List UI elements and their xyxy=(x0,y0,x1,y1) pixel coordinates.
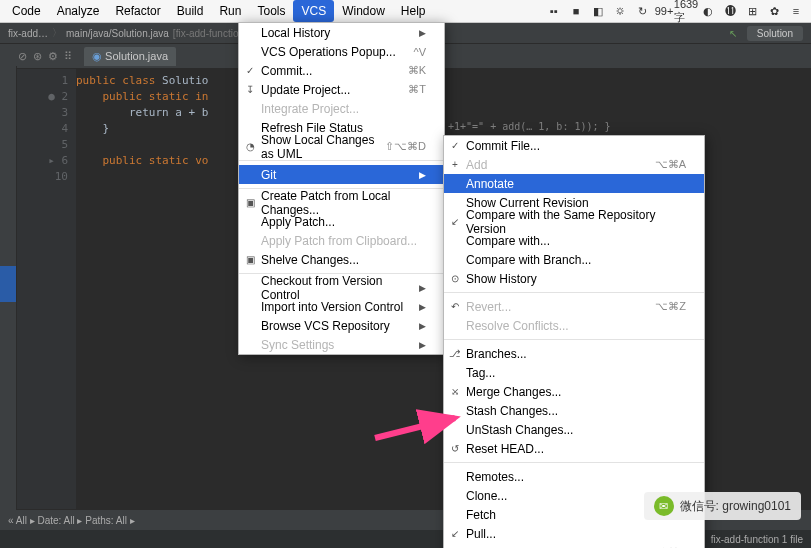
menu-item-label: Browse VCS Repository xyxy=(261,319,390,333)
menu-run[interactable]: Run xyxy=(211,0,249,22)
vcs-menu-item[interactable]: ✓Commit...⌘K xyxy=(239,61,444,80)
crumb-seg[interactable]: fix-add… xyxy=(8,28,48,39)
menu-item-icon: ↙ xyxy=(448,528,462,539)
vcs-menu-item[interactable]: ↧Update Project...⌘T xyxy=(239,80,444,99)
toolbar-icon[interactable]: ⊛ xyxy=(33,50,42,63)
left-tool-selected[interactable] xyxy=(0,266,16,302)
vcs-menu-item[interactable]: Local History▶ xyxy=(239,23,444,42)
editor-tab[interactable]: ◉ Solution.java xyxy=(84,47,176,66)
status-icon: ■ xyxy=(568,3,584,19)
menu-item-label: Apply Patch... xyxy=(261,215,335,229)
menu-item-icon: ↧ xyxy=(243,84,257,95)
vcs-menu-item[interactable]: VCS Operations Popup...^V xyxy=(239,42,444,61)
menu-item-icon: ▣ xyxy=(243,254,257,265)
menu-item-icon: ✓ xyxy=(448,140,462,151)
menu-item-label: Show History xyxy=(466,272,537,286)
menu-item-icon: ✓ xyxy=(243,65,257,76)
menu-item-label: Stash Changes... xyxy=(466,404,558,418)
git-menu-item[interactable]: ⤩Merge Changes... xyxy=(444,382,704,401)
menu-item-icon: ⊙ xyxy=(448,273,462,284)
menu-item-label: Annotate xyxy=(466,177,514,191)
toolbar-icon[interactable]: ⠿ xyxy=(64,50,72,63)
menu-analyze[interactable]: Analyze xyxy=(49,0,108,22)
run-icon[interactable]: ↖ xyxy=(729,28,737,39)
git-menu-item[interactable]: Compare with Branch... xyxy=(444,250,704,269)
menu-shortcut: ⌘K xyxy=(408,64,426,77)
menu-refactor[interactable]: Refactor xyxy=(107,0,168,22)
menu-item-label: Shelve Changes... xyxy=(261,253,359,267)
vcs-menu-item[interactable]: ◔Show Local Changes as UML⇧⌥⌘D xyxy=(239,137,444,156)
git-menu-item[interactable]: ✓Commit File... xyxy=(444,136,704,155)
gear-icon[interactable]: ⚙ xyxy=(48,50,58,63)
menu-item-label: Sync Settings xyxy=(261,338,334,352)
menu-item-label: Resolve Conflicts... xyxy=(466,319,569,333)
menu-item-label: VCS Operations Popup... xyxy=(261,45,396,59)
git-menu-item[interactable]: ⎇Branches... xyxy=(444,344,704,363)
vcs-menu-item[interactable]: Git▶ xyxy=(239,165,444,184)
git-menu-item[interactable]: Compare with... xyxy=(444,231,704,250)
git-menu-item[interactable]: UnStash Changes... xyxy=(444,420,704,439)
git-menu-item[interactable]: Remotes... xyxy=(444,467,704,486)
git-menu-item[interactable]: Annotate xyxy=(444,174,704,193)
footer-path[interactable]: fix-add-function 1 file xyxy=(711,534,803,545)
status-icon: ⛭ xyxy=(612,3,628,19)
status-icon: ↻ xyxy=(634,3,650,19)
solution-button[interactable]: Solution xyxy=(747,26,803,41)
toolbar-icon[interactable]: ⊘ xyxy=(18,50,27,63)
menu-item-icon: ⤩ xyxy=(448,386,462,397)
mac-menubar: Code Analyze Refactor Build Run Tools VC… xyxy=(0,0,811,23)
menu-item-label: Git xyxy=(261,168,276,182)
status-icon: ◐ xyxy=(700,3,716,19)
submenu-arrow-icon: ▶ xyxy=(419,340,426,350)
menu-item-icon: ⎇ xyxy=(448,348,462,359)
menu-code[interactable]: Code xyxy=(4,0,49,22)
status-chars: 1639字 xyxy=(678,3,694,19)
menu-item-label: Show Local Changes as UML xyxy=(261,133,385,161)
vcs-menu-item[interactable]: Import into Version Control▶ xyxy=(239,297,444,316)
git-menu-item[interactable]: ↙Pull... xyxy=(444,524,704,543)
menu-shortcut: ⇧⌥⌘D xyxy=(385,140,426,153)
menu-tools[interactable]: Tools xyxy=(249,0,293,22)
annotation-arrow-icon xyxy=(370,406,470,446)
git-menu-item[interactable]: ⊙Show History xyxy=(444,269,704,288)
menu-build[interactable]: Build xyxy=(169,0,212,22)
menu-item-label: Revert... xyxy=(466,300,511,314)
menu-item-label: Commit... xyxy=(261,64,312,78)
git-menu-item[interactable]: Tag... xyxy=(444,363,704,382)
vcs-menu-item[interactable]: Apply Patch... xyxy=(239,212,444,231)
vcs-menu-item: Integrate Project... xyxy=(239,99,444,118)
vcs-menu-item: Apply Patch from Clipboard... xyxy=(239,231,444,250)
menu-item-label: UnStash Changes... xyxy=(466,423,573,437)
git-menu-item[interactable]: ↺Reset HEAD... xyxy=(444,439,704,458)
git-menu-item: Resolve Conflicts... xyxy=(444,316,704,335)
vcs-menu: Local History▶VCS Operations Popup...^V✓… xyxy=(238,22,445,355)
menu-window[interactable]: Window xyxy=(334,0,393,22)
code-peek: +1+"=" + add(… 1, b: 1)); } xyxy=(448,121,611,132)
menu-item-label: Add xyxy=(466,158,487,172)
menu-item-label: Local History xyxy=(261,26,330,40)
vcs-menu-item[interactable]: ▣Create Patch from Local Changes... xyxy=(239,193,444,212)
menu-item-label: Branches... xyxy=(466,347,527,361)
left-toolwindow-strip[interactable] xyxy=(0,66,17,510)
vcs-menu-item[interactable]: ▣Shelve Changes... xyxy=(239,250,444,269)
crumb-seg[interactable]: main/java/Solution.java xyxy=(66,28,169,39)
git-menu-item[interactable]: ↗Push...⇧⌘K xyxy=(444,543,704,548)
menu-item-label: Fetch xyxy=(466,508,496,522)
git-menu-item[interactable]: ↙Compare with the Same Repository Versio… xyxy=(444,212,704,231)
menu-vcs[interactable]: VCS xyxy=(293,0,334,22)
vcs-menu-item[interactable]: Browse VCS Repository▶ xyxy=(239,316,444,335)
menu-item-icon: ↙ xyxy=(448,216,462,227)
menu-item-label: Compare with... xyxy=(466,234,550,248)
menu-item-label: Compare with Branch... xyxy=(466,253,591,267)
vcs-menu-item[interactable]: Checkout from Version Control▶ xyxy=(239,278,444,297)
submenu-arrow-icon: ▶ xyxy=(419,302,426,312)
status-icon: ≡ xyxy=(788,3,804,19)
status-icon: ◧ xyxy=(590,3,606,19)
menu-item-label: Commit File... xyxy=(466,139,540,153)
crumb-branch: [fix-add-function] xyxy=(173,28,247,39)
code-area[interactable]: public class Solutio public static in re… xyxy=(76,69,208,537)
menu-item-icon: ◔ xyxy=(243,141,257,152)
status-icon: ⓫ xyxy=(722,3,738,19)
git-menu-item[interactable]: Stash Changes... xyxy=(444,401,704,420)
menu-help[interactable]: Help xyxy=(393,0,434,22)
